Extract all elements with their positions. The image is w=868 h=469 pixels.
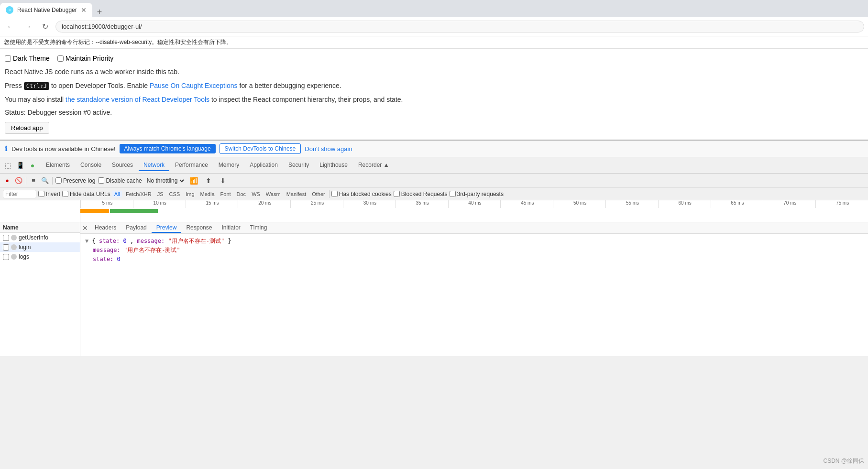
- info-line1: React Native JS code runs as a web worke…: [5, 67, 863, 77]
- toolbar-separator2: [52, 177, 53, 185]
- record-button[interactable]: ●: [3, 176, 11, 185]
- dark-theme-checkbox[interactable]: [5, 55, 11, 62]
- filter-wasm-button[interactable]: Wasm: [264, 191, 283, 197]
- dot-icon[interactable]: ●: [27, 160, 38, 171]
- dont-show-again-link[interactable]: Don't show again: [305, 145, 352, 153]
- throttle-select[interactable]: No throttling: [145, 177, 186, 185]
- has-blocked-cookies-option[interactable]: Has blocked cookies: [331, 191, 392, 197]
- hide-data-urls-checkbox[interactable]: [62, 191, 68, 197]
- disable-cache-checkbox[interactable]: [98, 177, 104, 184]
- forward-button[interactable]: →: [21, 20, 34, 33]
- filter-manifest-button[interactable]: Manifest: [285, 191, 308, 197]
- filter-input[interactable]: [3, 190, 36, 198]
- timeline-label-75ms: 75 ms: [815, 200, 868, 208]
- tab-memory[interactable]: Memory: [214, 160, 244, 171]
- blocked-requests-checkbox[interactable]: [394, 191, 400, 197]
- list-item-logs[interactable]: logs: [0, 252, 80, 262]
- preserve-log-checkbox[interactable]: [55, 177, 62, 184]
- invert-option[interactable]: Invert: [38, 191, 60, 197]
- getuserinfo-checkbox[interactable]: [3, 235, 9, 241]
- new-tab-button[interactable]: +: [94, 7, 105, 17]
- list-item-getuserinfo[interactable]: getUserInfo: [0, 233, 80, 242]
- upload-icon[interactable]: ⬆: [203, 175, 214, 186]
- filter-fetch-xhr-button[interactable]: Fetch/XHR: [124, 191, 154, 197]
- filter-ws-button[interactable]: WS: [250, 191, 262, 197]
- detail-tab-payload[interactable]: Payload: [121, 223, 151, 233]
- pause-exceptions-link[interactable]: Pause On Caught Exceptions: [150, 82, 238, 89]
- hide-data-urls-option[interactable]: Hide data URLs: [62, 191, 110, 197]
- dark-theme-option[interactable]: Dark Theme: [5, 55, 50, 62]
- tab-elements[interactable]: Elements: [41, 160, 75, 171]
- name-column-header: Name: [0, 222, 80, 233]
- tab-recorder[interactable]: Recorder ▲: [353, 160, 394, 171]
- timeline-bars: [80, 209, 868, 218]
- tab-application[interactable]: Application: [245, 160, 283, 171]
- tab-network[interactable]: Network: [139, 160, 169, 171]
- filter-icon-button[interactable]: ≡: [29, 176, 38, 185]
- network-toolbar: ● 🚫 ≡ 🔍 Preserve log Disable cache No th…: [0, 174, 868, 188]
- invert-checkbox[interactable]: [38, 191, 44, 197]
- logs-checkbox[interactable]: [3, 254, 9, 260]
- address-bar: ← → ↻: [0, 17, 868, 36]
- has-blocked-cookies-checkbox[interactable]: [331, 191, 338, 197]
- tab-console[interactable]: Console: [76, 160, 106, 171]
- search-button[interactable]: 🔍: [41, 176, 49, 185]
- info-icon: ℹ: [5, 144, 8, 153]
- tab-title: React Native Debugger: [17, 7, 77, 13]
- detail-tab-response[interactable]: Response: [181, 223, 217, 233]
- status-text: Status: Debugger session #0 active.: [5, 109, 863, 116]
- filter-js-button[interactable]: JS: [155, 191, 165, 197]
- clear-button[interactable]: 🚫: [14, 176, 23, 185]
- inspect-icon[interactable]: ⬚: [2, 160, 13, 171]
- tab-sources[interactable]: Sources: [107, 160, 138, 171]
- third-party-checkbox[interactable]: [450, 191, 456, 197]
- filter-all-button[interactable]: All: [112, 191, 122, 197]
- filter-font-button[interactable]: Font: [219, 191, 233, 197]
- keyboard-shortcut: Ctrl⇧J: [24, 82, 49, 90]
- preserve-log-option[interactable]: Preserve log: [55, 177, 95, 184]
- always-match-language-button[interactable]: Always match Chrome's language: [120, 144, 216, 153]
- reload-button[interactable]: ↻: [38, 20, 52, 33]
- active-tab[interactable]: ⚛ React Native Debugger ✕: [0, 3, 92, 17]
- detail-tab-headers[interactable]: Headers: [90, 223, 121, 233]
- preview-message-line: message: "用户名不存在-测试": [93, 246, 863, 255]
- login-checkbox[interactable]: [3, 244, 9, 251]
- throttle-group: No throttling: [145, 177, 186, 185]
- filter-media-button[interactable]: Media: [198, 191, 217, 197]
- download-icon[interactable]: ⬇: [217, 175, 229, 186]
- filter-css-button[interactable]: CSS: [167, 191, 182, 197]
- disable-cache-option[interactable]: Disable cache: [98, 177, 142, 184]
- back-button[interactable]: ←: [4, 20, 17, 33]
- devtools-tab-bar: ⬚ 📱 ● Elements Console Sources Network P…: [0, 157, 868, 174]
- filter-doc-button[interactable]: Doc: [235, 191, 248, 197]
- detail-tab-timing[interactable]: Timing: [245, 223, 272, 233]
- info-line2: Press Ctrl⇧J to open Developer Tools. En…: [5, 81, 863, 91]
- collapse-icon[interactable]: ▼: [85, 238, 92, 244]
- device-icon[interactable]: 📱: [14, 160, 26, 171]
- timeline-chart: 5 ms 10 ms 15 ms 20 ms 25 ms 30 ms 35 ms…: [80, 200, 868, 222]
- filter-img-button[interactable]: Img: [184, 191, 196, 197]
- wifi-icon[interactable]: 📶: [188, 175, 200, 186]
- preview-state-line: state: 0: [93, 255, 863, 264]
- detail-tab-preview[interactable]: Preview: [152, 223, 182, 233]
- timeline-label-35ms: 35 ms: [396, 200, 448, 208]
- list-item-login[interactable]: login: [0, 242, 80, 252]
- url-input[interactable]: [55, 21, 864, 33]
- standalone-devtools-link[interactable]: the standalone version of React Develope…: [66, 96, 209, 103]
- tab-lighthouse[interactable]: Lighthouse: [315, 160, 352, 171]
- third-party-option[interactable]: 3rd-party requests: [450, 191, 504, 197]
- maintain-priority-option[interactable]: Maintain Priority: [57, 55, 113, 62]
- tab-performance[interactable]: Performance: [170, 160, 213, 171]
- detail-tab-initiator[interactable]: Initiator: [217, 223, 245, 233]
- tab-bar: ⚛ React Native Debugger ✕ +: [0, 0, 868, 17]
- preview-details: message: "用户名不存在-测试" state: 0: [93, 246, 863, 264]
- tab-security[interactable]: Security: [284, 160, 314, 171]
- switch-devtools-chinese-button[interactable]: Switch DevTools to Chinese: [220, 143, 301, 154]
- maintain-priority-checkbox[interactable]: [57, 55, 64, 62]
- tab-close-button[interactable]: ✕: [81, 6, 87, 14]
- filter-other-button[interactable]: Other: [310, 191, 327, 197]
- detail-close-button[interactable]: ✕: [80, 223, 90, 233]
- getuserinfo-status-icon: [11, 235, 17, 240]
- reload-app-button[interactable]: Reload app: [5, 122, 49, 134]
- blocked-requests-option[interactable]: Blocked Requests: [394, 191, 448, 197]
